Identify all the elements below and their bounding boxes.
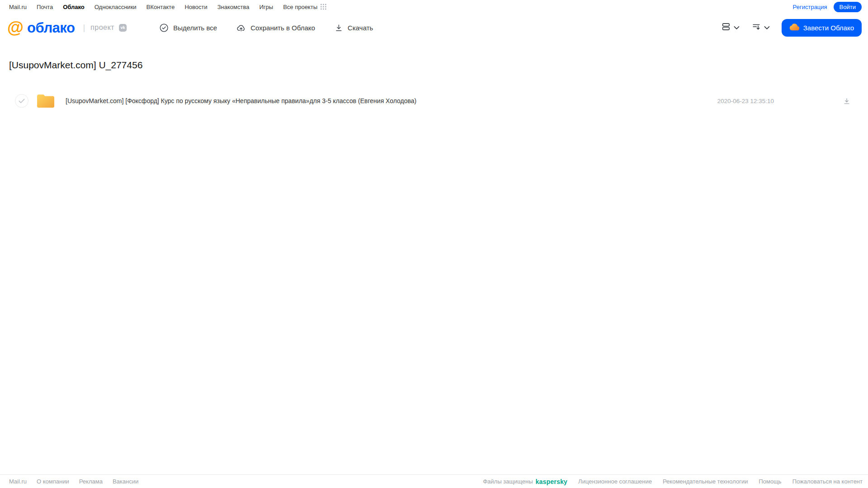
select-all-button[interactable]: Выделить все — [159, 23, 217, 33]
portal-topbar: Mail.ruПочтаОблакоОдноклассникиВКонтакте… — [0, 0, 868, 14]
footer-left-links: Mail.ruО компанииРекламаВакансии — [9, 478, 138, 485]
page-title: [UsupovMarket.com] U_277456 — [9, 60, 868, 71]
portal-nav-link[interactable]: Игры — [259, 4, 273, 10]
save-to-cloud-button[interactable]: Сохранить в Облако — [236, 23, 315, 33]
download-label: Скачать — [348, 24, 373, 32]
vk-badge-icon: vk — [119, 24, 127, 32]
mailru-at-icon: @ — [7, 19, 24, 36]
register-link[interactable]: Регистрация — [793, 4, 827, 10]
footer-link[interactable]: Вакансии — [113, 478, 138, 485]
row-download-icon[interactable] — [843, 97, 851, 105]
file-list: [UsupovMarket.com] [Фоксфорд] Курс по ру… — [9, 90, 868, 112]
portal-nav-link[interactable]: Новости — [185, 4, 207, 10]
portal-nav-link[interactable]: Облако — [63, 4, 85, 10]
sort-icon — [751, 22, 761, 33]
cloud-header: @ облако | проект vk Выделить все — [0, 14, 868, 42]
view-mode-icon — [721, 22, 731, 33]
download-button[interactable]: Скачать — [334, 23, 373, 33]
select-all-label: Выделить все — [173, 24, 217, 32]
footer-right: Файлы защищены kaspersky Лицензионное со… — [483, 478, 863, 485]
footer-link[interactable]: Рекомендательные технологии — [663, 478, 748, 485]
cloud-icon — [789, 24, 799, 32]
sort-dropdown[interactable] — [751, 22, 770, 33]
file-toolbar: Выделить все Сохранить в Облако Скачат — [159, 23, 373, 33]
main-content: [UsupovMarket.com] U_277456 — [0, 60, 868, 112]
kaspersky-protected: Файлы защищены kaspersky — [483, 478, 568, 485]
footer-link[interactable]: Mail.ru — [9, 478, 27, 485]
check-circle-icon — [159, 23, 169, 33]
footer-link[interactable]: Реклама — [79, 478, 103, 485]
kaspersky-logo[interactable]: kaspersky — [536, 478, 567, 485]
view-mode-dropdown[interactable] — [721, 22, 740, 33]
footer-link[interactable]: Лицензионное соглашение — [578, 478, 652, 485]
footer-right-links: Лицензионное соглашениеРекомендательные … — [578, 478, 863, 485]
row-checkbox[interactable] — [15, 94, 28, 108]
footer-link[interactable]: Пожаловаться на контент — [792, 478, 863, 485]
file-date: 2020-06-23 12:35:10 — [717, 98, 774, 104]
chevron-down-icon — [734, 24, 740, 32]
portal-nav-link[interactable]: Mail.ru — [9, 4, 27, 10]
footer-link[interactable]: О компании — [37, 478, 69, 485]
chevron-down-icon — [764, 24, 770, 32]
file-name-link[interactable]: [UsupovMarket.com] [Фоксфорд] Курс по ру… — [66, 97, 417, 104]
portal-nav-link[interactable]: Знакомства — [217, 4, 249, 10]
portal-nav-link[interactable]: ВКонтакте — [147, 4, 175, 10]
all-projects-grid-icon[interactable] — [320, 4, 327, 10]
cloud-upload-icon — [236, 23, 246, 33]
portal-nav-link[interactable]: Все проекты — [283, 4, 318, 10]
project-label: проект — [90, 24, 114, 32]
download-icon — [334, 23, 343, 33]
folder-icon — [36, 93, 56, 109]
portal-nav: Mail.ruПочтаОблакоОдноклассникиВКонтакте… — [9, 4, 318, 10]
portal-nav-link[interactable]: Почта — [37, 4, 53, 10]
footer-link[interactable]: Помощь — [759, 478, 781, 485]
footer: Mail.ruО компанииРекламаВакансии Файлы з… — [0, 474, 868, 488]
header-right-controls: Завести Облако — [721, 19, 862, 37]
login-button[interactable]: Войти — [834, 2, 862, 12]
cloud-logo[interactable]: @ облако | проект vk — [7, 19, 127, 36]
logo-divider: | — [83, 23, 85, 33]
file-row[interactable]: [UsupovMarket.com] [Фоксфорд] Курс по ру… — [9, 90, 868, 112]
create-cloud-button[interactable]: Завести Облако — [782, 19, 862, 37]
create-cloud-label: Завести Облако — [803, 24, 854, 32]
save-to-cloud-label: Сохранить в Облако — [251, 24, 315, 32]
portal-nav-link[interactable]: Одноклассники — [95, 4, 137, 10]
kaspersky-protected-text: Файлы защищены — [483, 478, 533, 485]
cloud-logo-text: облако — [27, 21, 75, 35]
